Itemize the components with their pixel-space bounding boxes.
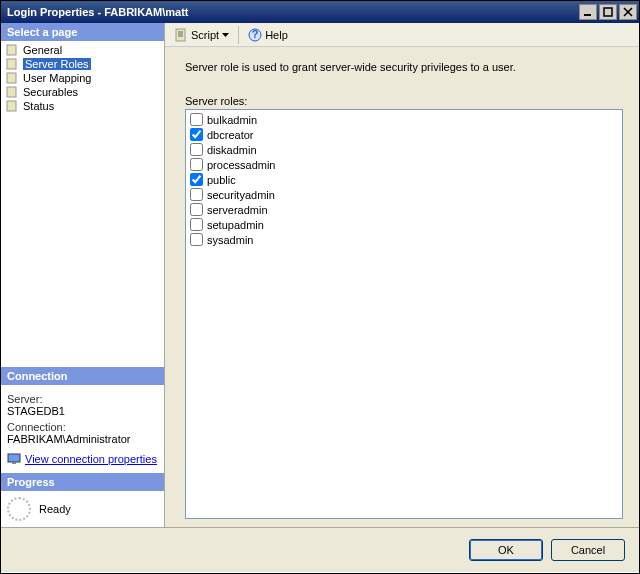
page-icon [5,72,19,84]
svg-rect-2 [7,45,16,55]
page-list: GeneralServer RolesUser MappingSecurable… [1,41,164,115]
svg-rect-5 [7,87,16,97]
script-icon [174,28,188,42]
cancel-button[interactable]: Cancel [551,539,625,561]
svg-rect-7 [8,454,20,462]
progress-spinner-icon [7,497,31,521]
server-role-label: sysadmin [207,234,253,246]
view-connection-link[interactable]: View connection properties [25,453,157,465]
server-role-checkbox[interactable] [190,188,203,201]
server-roles-listbox[interactable]: bulkadmindbcreatordiskadminprocessadminp… [185,109,623,519]
maximize-button[interactable] [599,4,617,20]
page-icon [5,100,19,112]
monitor-icon [7,453,21,465]
server-roles-label: Server roles: [185,95,623,107]
sidebar-page-item[interactable]: Securables [1,85,164,99]
help-label: Help [265,29,288,41]
server-role-label: serveradmin [207,204,268,216]
sidebar-page-label: Server Roles [23,58,91,70]
server-role-item[interactable]: processadmin [188,157,620,172]
server-role-label: bulkadmin [207,114,257,126]
sidebar-page-label: User Mapping [23,72,91,84]
svg-text:?: ? [252,28,259,40]
cancel-label: Cancel [571,544,605,556]
toolbar: Script ? Help [165,23,639,47]
page-icon [5,58,19,70]
server-role-item[interactable]: setupadmin [188,217,620,232]
server-role-label: securityadmin [207,189,275,201]
titlebar: Login Properties - FABRIKAM\matt [1,1,639,23]
page-description: Server role is used to grant server-wide… [185,61,623,73]
server-role-checkbox[interactable] [190,218,203,231]
help-icon: ? [248,28,262,42]
ok-button[interactable]: OK [469,539,543,561]
help-button[interactable]: ? Help [243,25,293,45]
chevron-down-icon [222,33,229,37]
sidebar-page-label: Securables [23,86,78,98]
server-role-label: processadmin [207,159,275,171]
select-page-header: Select a page [1,23,164,41]
server-role-item[interactable]: public [188,172,620,187]
svg-rect-3 [7,59,16,69]
svg-rect-9 [176,29,185,41]
sidebar-page-item[interactable]: Server Roles [1,57,164,71]
server-role-label: public [207,174,236,186]
server-role-checkbox[interactable] [190,158,203,171]
server-role-checkbox[interactable] [190,203,203,216]
server-role-checkbox[interactable] [190,143,203,156]
server-role-item[interactable]: securityadmin [188,187,620,202]
server-role-label: diskadmin [207,144,257,156]
ok-label: OK [498,544,514,556]
server-role-label: setupadmin [207,219,264,231]
dialog-button-bar: OK Cancel [1,528,639,572]
svg-rect-6 [7,101,16,111]
sidebar-page-item[interactable]: General [1,43,164,57]
server-role-item[interactable]: diskadmin [188,142,620,157]
main-panel: Script ? Help Server role is used to gra… [165,23,639,527]
connection-header: Connection [1,367,164,385]
sidebar-page-item[interactable]: Status [1,99,164,113]
svg-rect-0 [584,14,591,16]
server-label: Server: [7,393,158,405]
toolbar-separator [238,26,239,44]
server-role-checkbox[interactable] [190,128,203,141]
sidebar-page-label: General [23,44,62,56]
script-button[interactable]: Script [169,25,234,45]
sidebar: Select a page GeneralServer RolesUser Ma… [1,23,165,527]
svg-rect-8 [12,462,16,464]
server-role-item[interactable]: bulkadmin [188,112,620,127]
connection-value: FABRIKAM\Administrator [7,433,158,445]
script-label: Script [191,29,219,41]
server-role-checkbox[interactable] [190,113,203,126]
page-icon [5,44,19,56]
server-role-checkbox[interactable] [190,233,203,246]
server-role-label: dbcreator [207,129,253,141]
server-role-checkbox[interactable] [190,173,203,186]
sidebar-page-label: Status [23,100,54,112]
progress-header: Progress [1,473,164,491]
page-icon [5,86,19,98]
sidebar-page-item[interactable]: User Mapping [1,71,164,85]
server-role-item[interactable]: serveradmin [188,202,620,217]
minimize-button[interactable] [579,4,597,20]
server-role-item[interactable]: sysadmin [188,232,620,247]
svg-rect-1 [604,8,612,16]
connection-label: Connection: [7,421,158,433]
server-role-item[interactable]: dbcreator [188,127,620,142]
progress-status: Ready [39,503,71,515]
close-button[interactable] [619,4,637,20]
svg-rect-4 [7,73,16,83]
view-connection-row[interactable]: View connection properties [7,453,158,465]
server-value: STAGEDB1 [7,405,158,417]
window-title: Login Properties - FABRIKAM\matt [7,6,577,18]
